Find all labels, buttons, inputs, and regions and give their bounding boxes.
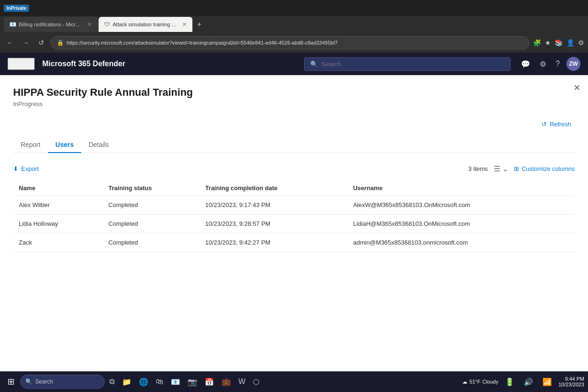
settings-button[interactable]: ⚙ [537,57,549,71]
refresh-icon: ↺ [542,121,547,128]
customize-columns-button[interactable]: ⊞ Customize columns [514,165,575,172]
taskbar-app9-icon[interactable]: ⬡ [250,376,262,388]
view-toggle: ☰ ⌄ [494,164,508,173]
system-date-display: 10/23/2023 [558,382,584,387]
nav-forward-button[interactable]: → [20,37,32,48]
global-search-bar[interactable]: 🔍 [304,57,511,71]
tab-report[interactable]: Report [13,137,48,153]
cell-date-1: 10/23/2023, 9:28:57 PM [199,215,347,233]
inprivate-badge: InPrivate [4,5,29,12]
toolbar-row: ↺ Refresh [13,119,575,130]
tab-favicon-attack: 🛡 [104,21,110,28]
table-toolbar: ⬇ Export 3 items ☰ ⌄ ⊞ Customize columns [13,164,575,173]
cell-date-2: 10/23/2023, 9:42:27 PM [199,233,347,252]
profile-icon[interactable]: 👤 [566,39,574,46]
cell-username-1: LidiaH@M365x85368103.OnMicrosoft.com [347,215,575,233]
taskbar-search-label: Search [35,378,53,385]
user-avatar[interactable]: ZW [566,57,580,71]
collections-icon[interactable]: 📚 [555,39,563,46]
settings-icon[interactable]: ⚙ [578,39,584,46]
address-bar-row: ← → ↺ 🔒 https://security.microsoft.com/a… [0,33,588,53]
tab-close-billing[interactable]: ✕ [87,21,92,28]
browser-chrome: InPrivate 📧 Billing notifications - Micr… [0,0,588,53]
users-table: Name Training status Training completion… [13,181,575,252]
cell-name-2: Zack [13,233,103,252]
system-time-display: 9:44 PM [558,376,584,382]
tab-favicon-billing: 📧 [9,21,16,28]
tab-close-attack[interactable]: ✕ [182,21,187,28]
help-button[interactable]: ? [553,57,563,71]
weather-widget: ☁ 51°F Cloudy [462,379,498,385]
tab-users[interactable]: Users [48,137,81,153]
close-button[interactable]: ✕ [573,83,580,93]
system-clock[interactable]: 9:44 PM 10/23/2023 [558,376,584,387]
start-button[interactable]: ⊞ [4,375,18,389]
table-row[interactable]: Alex Wilber Completed 10/23/2023, 9:17:4… [13,196,575,215]
address-text: https://security.microsoft.com/attacksim… [67,40,338,46]
page-title: HIPPA Security Rule Annual Training [13,86,575,99]
tab-details[interactable]: Details [81,137,116,153]
header-icons: 💬 ⚙ ? ZW [518,57,580,71]
taskbar-teams-icon[interactable]: 💼 [219,376,234,388]
table-header-row: Name Training status Training completion… [13,181,575,196]
table-row[interactable]: Zack Completed 10/23/2023, 9:42:27 PM ad… [13,233,575,252]
cell-status-1: Completed [103,215,199,233]
address-bar[interactable]: 🔒 https://security.microsoft.com/attacks… [51,36,529,49]
app-grid-button[interactable]: ⋮⋮⋮ [8,58,35,70]
weather-icon: ☁ [462,379,467,385]
search-input[interactable] [321,61,504,68]
cell-status-0: Completed [103,196,199,215]
col-completion-date: Training completion date [199,181,347,196]
col-username: Username [347,181,575,196]
customize-label: Customize columns [522,165,575,172]
nav-back-button[interactable]: ← [4,37,16,48]
cell-name-1: Lidia Holloway [13,215,103,233]
new-tab-button[interactable]: + [193,18,205,31]
tab-label-attack: Attack simulation training - Micr... [113,22,177,27]
search-icon: 🔍 [310,61,318,68]
export-label: Export [21,165,39,172]
cell-name-0: Alex Wilber [13,196,103,215]
taskbar-photos-icon[interactable]: 📷 [185,376,200,388]
app-header: ⋮⋮⋮ Microsoft 365 Defender 🔍 💬 ⚙ ? ZW [0,53,588,75]
tab-navigation: Report Users Details [13,137,575,153]
cell-date-0: 10/23/2023, 9:17:43 PM [199,196,347,215]
tab-label-billing: Billing notifications - Microsoft ... [19,22,83,27]
page-status: InProgress [13,100,575,108]
tab-bar: 📧 Billing notifications - Microsoft ... … [0,16,588,33]
taskbar-store-icon[interactable]: 🛍 [153,376,166,388]
taskbar-search-bar[interactable]: 🔍 Search [20,375,105,389]
export-button[interactable]: ⬇ Export [13,165,39,172]
tab-attack-sim[interactable]: 🛡 Attack simulation training - Micr... ✕ [99,17,192,32]
nav-refresh-button[interactable]: ↺ [36,37,47,48]
favorites-icon[interactable]: ★ [545,39,551,46]
cell-status-2: Completed [103,233,199,252]
refresh-button[interactable]: ↺ Refresh [538,119,575,130]
tab-billing[interactable]: 📧 Billing notifications - Microsoft ... … [4,17,98,32]
list-view-button[interactable]: ☰ [494,164,500,173]
taskbar-calendar-icon[interactable]: 📅 [202,376,217,388]
taskbar-widgets-icon[interactable]: ⧉ [107,376,117,388]
export-icon: ⬇ [13,165,18,172]
items-count: 3 items [468,165,488,172]
feedback-button[interactable]: 💬 [518,57,533,71]
taskbar-edge-icon[interactable]: 🌐 [136,376,151,388]
taskbar-wifi-icon[interactable]: 📶 [540,376,555,388]
taskbar-mail-icon[interactable]: 📧 [168,376,183,388]
taskbar-files-icon[interactable]: 📁 [119,376,134,388]
col-name: Name [13,181,103,196]
weather-condition: Cloudy [482,379,498,384]
view-dropdown-button[interactable]: ⌄ [502,164,508,173]
taskbar-word-icon[interactable]: W [236,376,248,388]
col-training-status: Training status [103,181,199,196]
taskbar: ⊞ 🔍 Search ⧉ 📁 🌐 🛍 📧 📷 📅 💼 W ⬡ ☁ 51°F Cl… [0,371,588,392]
extensions-icon[interactable]: 🧩 [533,39,541,46]
taskbar-system-icon1[interactable]: 🔋 [502,376,517,388]
table-row[interactable]: Lidia Holloway Completed 10/23/2023, 9:2… [13,215,575,233]
taskbar-system-icon2[interactable]: 🔊 [521,376,536,388]
taskbar-right: ☁ 51°F Cloudy 🔋 🔊 📶 9:44 PM 10/23/2023 [462,376,584,388]
columns-icon: ⊞ [514,165,519,172]
main-content: ✕ HIPPA Security Rule Annual Training In… [0,75,588,371]
cell-username-2: admin@M365x85368103.onmicrosoft.com [347,233,575,252]
title-bar: InPrivate [0,0,588,16]
